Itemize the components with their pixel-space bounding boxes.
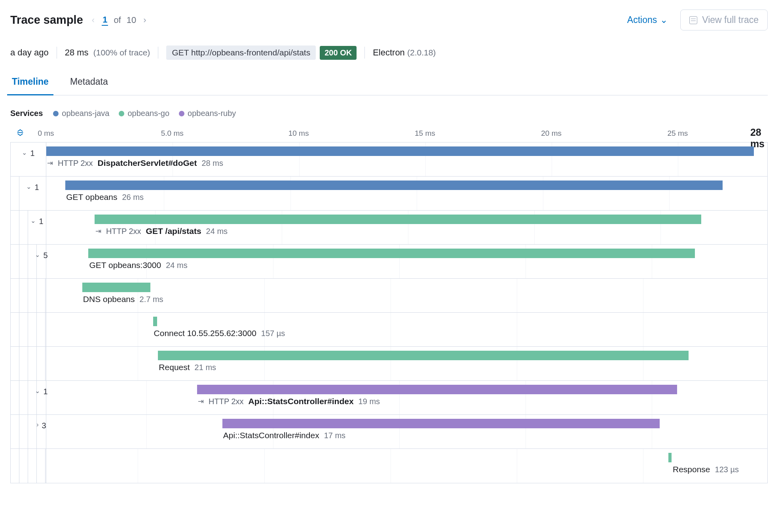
- span-bar[interactable]: [197, 385, 677, 394]
- span-toggle[interactable]: ⌄1: [28, 211, 46, 244]
- actions-dropdown[interactable]: Actions ⌄: [622, 11, 673, 28]
- span-row[interactable]: Connect 10.55.255.62:3000157 µs: [11, 313, 767, 347]
- incoming-icon: ⇥: [95, 227, 101, 236]
- axis-tick: 0 ms: [38, 129, 54, 138]
- pager-prev[interactable]: ‹: [90, 13, 96, 27]
- span-lane[interactable]: ⇥HTTP 2xxGET /api/stats24 ms: [46, 211, 753, 244]
- services-legend: Services opbeans-javaopbeans-goopbeans-r…: [10, 109, 768, 118]
- trace-age: a day ago: [10, 48, 49, 58]
- waterfall: ⌄1⇥HTTP 2xxDispatcherServlet#doGet28 ms⌄…: [10, 142, 768, 483]
- span-row[interactable]: ⌄1⇥HTTP 2xxApi::StatsController#index19 …: [11, 381, 767, 415]
- legend-item: opbeans-java: [53, 109, 109, 118]
- time-axis: 0 ms5.0 ms10 ms15 ms20 ms25 ms28 ms: [10, 127, 768, 142]
- span-lane[interactable]: ⇥HTTP 2xxDispatcherServlet#doGet28 ms: [46, 142, 753, 176]
- page-title: Trace sample: [10, 13, 83, 27]
- axis-tick: 20 ms: [541, 129, 562, 138]
- span-caption: Connect 10.55.255.62:3000157 µs: [154, 329, 285, 338]
- axis-tick: 5.0 ms: [161, 129, 184, 138]
- span-bar[interactable]: [46, 146, 754, 156]
- span-caption: Response123 µs: [673, 465, 739, 474]
- span-bar[interactable]: [158, 351, 689, 360]
- span-bar[interactable]: [668, 453, 672, 462]
- span-lane[interactable]: DNS opbeans2.7 ms: [46, 279, 753, 312]
- axis-tick: 10 ms: [288, 129, 309, 138]
- chevron-icon: ›: [36, 421, 38, 428]
- span-row[interactable]: DNS opbeans2.7 ms: [11, 279, 767, 313]
- trace-summary: a day ago 28 ms (100% of trace) GET http…: [10, 46, 768, 60]
- tab-metadata[interactable]: Metadata: [68, 76, 110, 95]
- incoming-icon: ⇥: [198, 397, 204, 406]
- axis-tick: 25 ms: [668, 129, 688, 138]
- status-badge: 200 OK: [320, 46, 357, 60]
- span-caption: Api::StatsController#index17 ms: [223, 431, 345, 440]
- span-lane[interactable]: ⇥HTTP 2xxApi::StatsController#index19 ms: [46, 381, 753, 414]
- span-bar[interactable]: [95, 215, 701, 224]
- trace-pct: (100% of trace): [93, 48, 150, 57]
- span-lane[interactable]: Request21 ms: [46, 347, 753, 380]
- document-icon: [689, 16, 697, 24]
- span-row[interactable]: ›3Api::StatsController#index17 ms: [11, 415, 767, 449]
- span-caption: ⇥HTTP 2xxDispatcherServlet#doGet28 ms: [47, 158, 223, 168]
- agent-version: (2.0.18): [407, 48, 436, 57]
- sample-pager: ‹ 1 of 10 ›: [90, 13, 148, 27]
- chevron-down-icon: ⌄: [660, 15, 668, 25]
- span-bar[interactable]: [88, 249, 695, 258]
- span-toggle[interactable]: ⌄1: [37, 381, 46, 414]
- chevron-icon: ⌄: [26, 183, 31, 190]
- tabs: Timeline Metadata: [10, 76, 768, 95]
- agent-name: Electron: [373, 48, 405, 58]
- span-caption: ⇥HTTP 2xxApi::StatsController#index19 ms: [198, 397, 380, 406]
- incoming-icon: ⇥: [47, 159, 53, 167]
- span-row[interactable]: ⌄1⇥HTTP 2xxGET /api/stats24 ms: [11, 211, 767, 245]
- legend-item: opbeans-go: [119, 109, 169, 118]
- span-toggle[interactable]: ⌄1: [11, 142, 46, 176]
- span-lane[interactable]: Connect 10.55.255.62:3000157 µs: [46, 313, 753, 346]
- span-row[interactable]: ⌄5GET opbeans:300024 ms: [11, 245, 767, 279]
- span-row[interactable]: ⌄1GET opbeans26 ms: [11, 177, 767, 211]
- legend-item: opbeans-ruby: [179, 109, 236, 118]
- span-caption: DNS opbeans2.7 ms: [83, 294, 163, 304]
- trace-duration: 28 ms: [65, 48, 89, 58]
- span-lane[interactable]: GET opbeans:300024 ms: [46, 245, 753, 278]
- span-bar[interactable]: [153, 317, 157, 326]
- span-row[interactable]: ⌄1⇥HTTP 2xxDispatcherServlet#doGet28 ms: [11, 142, 767, 177]
- tab-timeline[interactable]: Timeline: [10, 76, 50, 95]
- chevron-icon: ⌄: [30, 217, 36, 224]
- axis-tick: 15 ms: [415, 129, 435, 138]
- span-row[interactable]: Response123 µs: [11, 449, 767, 483]
- span-caption: Request21 ms: [159, 363, 216, 372]
- span-caption: GET opbeans26 ms: [66, 192, 144, 202]
- chevron-icon: ⌄: [35, 251, 40, 258]
- span-lane[interactable]: Api::StatsController#index17 ms: [46, 415, 753, 448]
- chevron-icon: ⌄: [35, 387, 40, 395]
- span-bar[interactable]: [65, 180, 722, 190]
- span-lane[interactable]: Response123 µs: [46, 449, 753, 483]
- span-caption: GET opbeans:300024 ms: [89, 260, 187, 270]
- view-full-trace-button[interactable]: View full trace: [680, 10, 768, 30]
- request-badge: GET http://opbeans-frontend/api/stats: [166, 46, 316, 60]
- span-toggle[interactable]: ⌄5: [37, 245, 46, 278]
- span-toggle[interactable]: ›3: [37, 415, 46, 448]
- pager-next[interactable]: ›: [142, 13, 148, 27]
- chevron-icon: ⌄: [22, 149, 27, 156]
- span-bar[interactable]: [222, 419, 660, 428]
- span-row[interactable]: Request21 ms: [11, 347, 767, 381]
- span-toggle[interactable]: ⌄1: [19, 177, 46, 210]
- span-bar[interactable]: [82, 283, 150, 292]
- pager-current[interactable]: 1: [102, 15, 108, 26]
- span-lane[interactable]: GET opbeans26 ms: [46, 177, 753, 210]
- span-caption: ⇥HTTP 2xxGET /api/stats24 ms: [95, 226, 228, 236]
